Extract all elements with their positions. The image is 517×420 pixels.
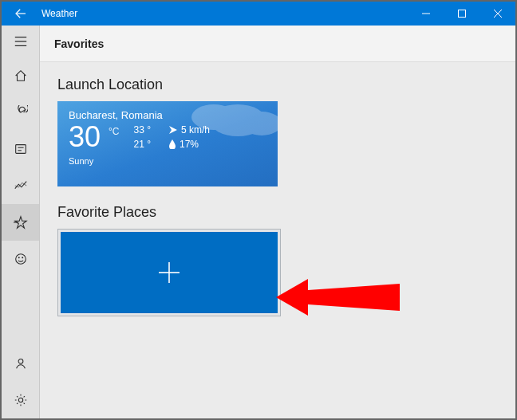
- sidebar-item-trends[interactable]: [2, 167, 39, 204]
- launch-location-heading: Launch Location: [57, 77, 498, 93]
- menu-icon: [14, 34, 28, 49]
- clouds-icon: [182, 101, 278, 157]
- person-icon: [14, 356, 28, 371]
- gear-icon: [14, 393, 28, 407]
- news-icon: [14, 142, 28, 156]
- svg-marker-25: [276, 279, 400, 316]
- sidebar-item-account[interactable]: [2, 345, 39, 382]
- page-title: Favorites: [40, 26, 515, 62]
- add-favorite-tile-frame: [57, 229, 281, 316]
- home-icon: [14, 69, 28, 83]
- minimize-button[interactable]: [408, 2, 444, 26]
- svg-point-14: [15, 254, 26, 265]
- sidebar-item-feedback[interactable]: [2, 241, 39, 277]
- svg-rect-9: [15, 145, 26, 154]
- svg-point-18: [18, 398, 22, 402]
- maximize-button[interactable]: [444, 2, 480, 26]
- sidebar-item-radar[interactable]: [2, 94, 39, 131]
- wind-icon: [168, 125, 178, 135]
- sidebar: [2, 26, 40, 418]
- smiley-icon: [14, 252, 28, 266]
- svg-point-15: [18, 257, 19, 258]
- plus-icon: [156, 259, 183, 286]
- radar-icon: [14, 105, 28, 120]
- sidebar-item-favorites[interactable]: [2, 204, 39, 241]
- svg-point-16: [22, 257, 22, 258]
- tile-low: 21 °: [134, 139, 151, 150]
- svg-marker-22: [169, 126, 177, 134]
- launch-location-tile[interactable]: Bucharest, Romania 30 °C 33 ° 21 ° 5 km/…: [57, 101, 278, 186]
- tile-high: 33 °: [134, 124, 151, 135]
- back-button[interactable]: [2, 2, 40, 26]
- annotation-arrow: [276, 269, 404, 325]
- app-title: Weather: [40, 8, 77, 19]
- svg-rect-2: [458, 10, 465, 18]
- svg-point-17: [18, 359, 23, 363]
- favorite-places-heading: Favorite Places: [57, 204, 498, 221]
- sidebar-item-historical[interactable]: [2, 131, 39, 167]
- add-favorite-tile[interactable]: [61, 232, 278, 313]
- title-bar: Weather: [2, 2, 515, 26]
- tile-unit: °C: [109, 126, 119, 137]
- tile-temperature: 30: [69, 123, 101, 151]
- sidebar-item-menu[interactable]: [2, 26, 39, 57]
- sidebar-item-home[interactable]: [2, 57, 39, 94]
- sidebar-item-settings[interactable]: [2, 382, 39, 418]
- close-button[interactable]: [480, 2, 515, 26]
- drop-icon: [168, 139, 176, 149]
- tile-description: Sunny: [69, 156, 268, 166]
- trends-icon: [14, 179, 28, 193]
- favorites-icon: [14, 215, 28, 230]
